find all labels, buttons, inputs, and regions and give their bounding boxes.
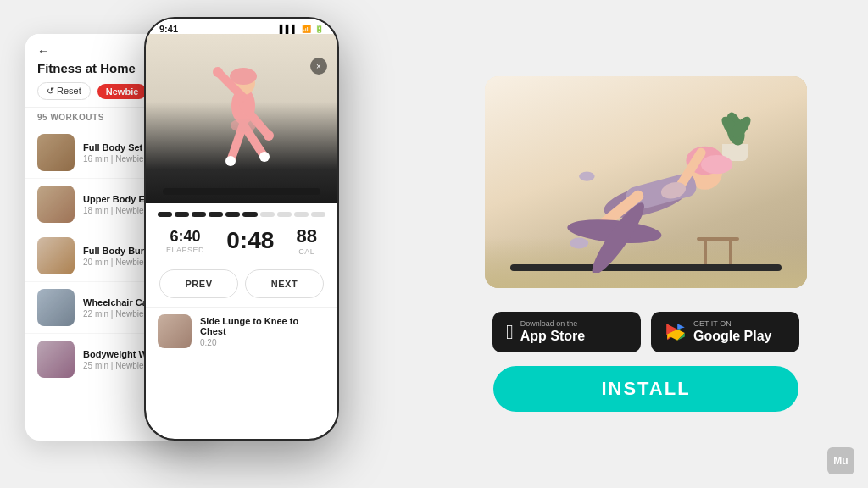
install-button[interactable]: INSTALL [493, 366, 798, 412]
right-section:  Download on the App Store [424, 0, 868, 488]
app-store-text: Download on the App Store [520, 320, 585, 344]
google-play-title: Google Play [693, 328, 771, 344]
newbie-badge[interactable]: Newbie [97, 84, 147, 99]
left-section: ← Fitness at Home ↺ Reset Newbie 95 WORK… [0, 0, 424, 488]
next-exercise-thumbnail [158, 314, 192, 348]
google-play-button[interactable]: GET IT ON Google Play [651, 312, 799, 352]
exercise-figure-svg [171, 51, 315, 195]
svg-point-11 [231, 119, 256, 132]
calorie-counter: 88 CAL [297, 225, 317, 256]
phone-screen: 9:41 ▌▌▌ 📶 🔋 [146, 19, 337, 439]
phone-time: 9:41 [159, 24, 178, 34]
workout-image: × [146, 34, 337, 203]
next-exercise-duration: 0:20 [200, 338, 326, 347]
next-exercise-name: Side Lunge to Knee to Chest [200, 316, 326, 336]
app-store-button[interactable]:  Download on the App Store [492, 312, 641, 352]
svg-point-8 [225, 156, 236, 166]
progress-dot-9 [294, 212, 309, 217]
phone-controls: PREV NEXT [146, 261, 337, 307]
yoga-photo [485, 76, 807, 288]
elapsed-time: 6:40 ELAPSED [166, 228, 204, 254]
progress-dot-10 [311, 212, 326, 217]
progress-dot-1 [158, 212, 172, 217]
svg-point-10 [259, 152, 270, 162]
elapsed-label: ELAPSED [166, 246, 204, 254]
progress-dots [158, 212, 326, 217]
reset-filter-button[interactable]: ↺ Reset [37, 82, 91, 100]
svg-point-6 [264, 130, 274, 141]
prev-button[interactable]: PREV [159, 269, 238, 298]
signal-icons: ▌▌▌ 📶 🔋 [280, 25, 324, 34]
next-button[interactable]: NEXT [245, 269, 324, 298]
progress-dot-5 [225, 212, 240, 217]
next-exercise-info: Side Lunge to Knee to Chest 0:20 [200, 316, 326, 347]
elapsed-value: 6:40 [166, 228, 204, 246]
google-play-icon [665, 321, 687, 343]
workout-thumbnail [37, 186, 75, 223]
progress-dot-8 [277, 212, 292, 217]
app-store-subtitle: Download on the [520, 320, 585, 328]
phone-mockup: 9:41 ▌▌▌ 📶 🔋 [144, 17, 339, 441]
workout-thumbnail [37, 134, 75, 171]
workout-thumbnail [37, 237, 75, 274]
progress-dot-7 [260, 212, 275, 217]
google-play-subtitle: GET IT ON [693, 320, 771, 328]
cal-label: CAL [297, 247, 317, 256]
yoga-person-svg [536, 103, 756, 273]
workout-thumbnail [37, 289, 75, 326]
svg-point-4 [213, 67, 223, 77]
svg-point-21 [570, 237, 588, 248]
progress-dot-2 [175, 212, 189, 217]
timer-row: 6:40 ELAPSED 0:48 88 CAL [158, 225, 326, 256]
next-exercise-row: Side Lunge to Knee to Chest 0:20 [146, 307, 337, 355]
cal-value: 88 [297, 225, 317, 247]
apple-icon:  [506, 320, 514, 344]
google-play-text: GET IT ON Google Play [693, 320, 771, 344]
close-button[interactable]: × [310, 58, 327, 75]
progress-dot-3 [192, 212, 206, 217]
progress-section: 6:40 ELAPSED 0:48 88 CAL [146, 203, 337, 261]
progress-dot-4 [209, 212, 223, 217]
main-timer: 0:48 [226, 227, 274, 254]
workout-thumbnail [37, 341, 75, 378]
svg-point-22 [579, 171, 595, 180]
svg-point-15 [701, 155, 732, 174]
download-row:  Download on the App Store [492, 312, 799, 352]
app-store-title: App Store [520, 328, 585, 344]
watermark: Mu [827, 447, 854, 474]
progress-dot-6 [242, 212, 257, 217]
